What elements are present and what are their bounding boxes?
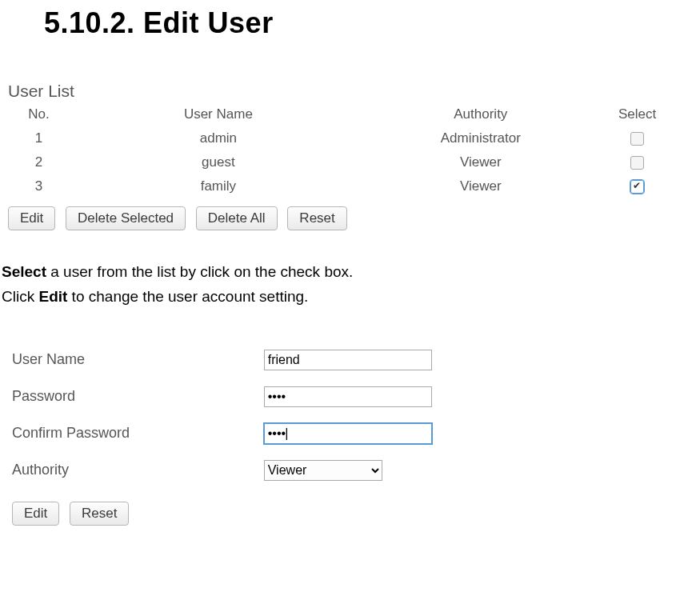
reset-button[interactable]: Reset xyxy=(287,206,346,230)
cell-authority: Administrator xyxy=(367,126,594,150)
username-label: User Name xyxy=(12,351,260,368)
select-checkbox[interactable] xyxy=(630,156,644,170)
col-header-username: User Name xyxy=(70,102,367,126)
password-input[interactable] xyxy=(264,386,432,407)
username-input[interactable] xyxy=(264,350,432,370)
col-header-authority: Authority xyxy=(367,102,594,126)
instruction-text: a user from the list by click on the che… xyxy=(46,263,353,280)
list-button-row: Edit Delete Selected Delete All Reset xyxy=(8,206,680,230)
instruction-text: to change the user account setting. xyxy=(67,288,308,305)
page-heading: 5.10.2. Edit User xyxy=(0,6,680,40)
user-list-title: User List xyxy=(0,82,680,102)
delete-selected-button[interactable]: Delete Selected xyxy=(66,206,186,230)
cell-no: 2 xyxy=(8,150,70,174)
authority-select[interactable]: Viewer xyxy=(264,460,382,481)
instruction-block: Select a user from the list by click on … xyxy=(2,259,680,310)
col-header-select: Select xyxy=(594,102,680,126)
confirm-password-label: Confirm Password xyxy=(12,425,260,442)
instruction-bold: Edit xyxy=(38,288,67,305)
cell-authority: Viewer xyxy=(367,174,594,198)
edit-button[interactable]: Edit xyxy=(8,206,55,230)
cell-no: 1 xyxy=(8,126,70,150)
form-button-row: Edit Reset xyxy=(12,502,680,526)
confirm-password-input[interactable]: •••• xyxy=(264,423,432,444)
cell-authority: Viewer xyxy=(367,150,594,174)
table-row: 3 family Viewer xyxy=(8,174,680,198)
user-list-table: No. User Name Authority Select 1 admin A… xyxy=(8,102,680,198)
cell-username: family xyxy=(70,174,367,198)
cell-username: guest xyxy=(70,150,367,174)
instruction-text: Click xyxy=(2,288,38,305)
table-row: 1 admin Administrator xyxy=(8,126,680,150)
table-row: 2 guest Viewer xyxy=(8,150,680,174)
form-reset-button[interactable]: Reset xyxy=(70,502,129,526)
select-checkbox[interactable] xyxy=(630,180,644,194)
delete-all-button[interactable]: Delete All xyxy=(196,206,278,230)
instruction-line: Select a user from the list by click on … xyxy=(2,259,680,284)
edit-user-form: User Name Password Confirm Password ••••… xyxy=(12,350,680,526)
authority-label: Authority xyxy=(12,462,260,478)
password-label: Password xyxy=(12,388,260,405)
col-header-no: No. xyxy=(8,102,70,126)
instruction-bold: Select xyxy=(2,263,46,280)
select-checkbox[interactable] xyxy=(630,132,644,146)
cell-username: admin xyxy=(70,126,367,150)
table-header-row: No. User Name Authority Select xyxy=(8,102,680,126)
instruction-line: Click Edit to change the user account se… xyxy=(2,284,680,309)
cell-no: 3 xyxy=(8,174,70,198)
form-edit-button[interactable]: Edit xyxy=(12,502,59,526)
